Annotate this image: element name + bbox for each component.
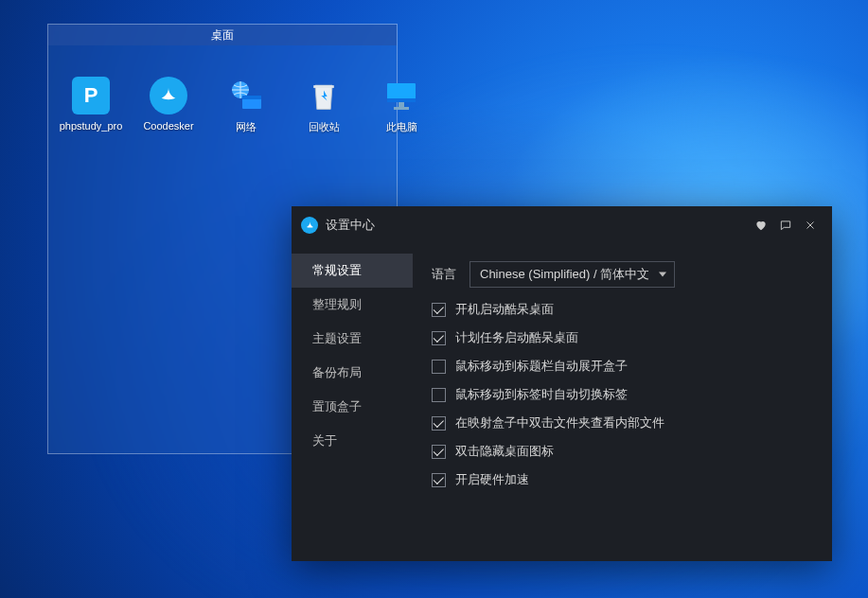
- feedback-button[interactable]: [773, 213, 798, 237]
- checkbox-label: 鼠标移动到标签时自动切换标签: [455, 386, 628, 403]
- language-value: Chinese (Simplified) / 简体中文: [480, 267, 649, 281]
- sidebar-item-general[interactable]: 常规设置: [292, 254, 413, 288]
- checkbox-icon: [432, 303, 446, 317]
- checkbox-icon: [432, 416, 446, 431]
- checkbox-icon: [432, 473, 446, 487]
- sail-icon: [150, 77, 187, 114]
- sidebar-item-backup[interactable]: 备份布局: [292, 356, 413, 390]
- dock-title[interactable]: 桌面: [48, 25, 397, 45]
- checkbox-label: 计划任务启动酷呆桌面: [455, 329, 578, 346]
- checkbox-icon: [432, 360, 446, 374]
- check-dblclick-folder[interactable]: 在映射盒子中双击文件夹查看内部文件: [432, 414, 813, 431]
- app-letter-p-icon: P: [72, 77, 110, 114]
- settings-content: 语言 Chinese (Simplified) / 简体中文 开机启动酷呆桌面 …: [413, 244, 832, 561]
- checkbox-label: 在映射盒子中双击文件夹查看内部文件: [455, 414, 664, 431]
- sidebar-item-theme[interactable]: 主题设置: [292, 322, 413, 356]
- sidebar: 常规设置 整理规则 主题设置 备份布局 置顶盒子 关于: [292, 244, 413, 561]
- icon-phpstudy-pro[interactable]: P phpstudy_pro: [62, 77, 119, 134]
- language-label: 语言: [432, 266, 456, 283]
- language-select[interactable]: Chinese (Simplified) / 简体中文: [469, 261, 675, 288]
- checkbox-icon: [432, 331, 446, 345]
- check-autostart[interactable]: 开机启动酷呆桌面: [432, 301, 813, 318]
- window-title: 设置中心: [326, 217, 375, 234]
- svg-rect-4: [387, 98, 416, 102]
- checkbox-label: 开启硬件加速: [455, 471, 529, 488]
- checkbox-icon: [432, 445, 446, 459]
- app-logo-icon: [301, 217, 318, 234]
- svg-rect-2: [242, 96, 261, 99]
- sidebar-item-about[interactable]: 关于: [292, 424, 413, 458]
- checkbox-icon: [432, 388, 446, 402]
- check-hover-switch-tab[interactable]: 鼠标移动到标签时自动切换标签: [432, 386, 813, 403]
- icon-label: 回收站: [309, 120, 340, 134]
- settings-window: 设置中心 常规设置 整理规则 主题设置 备份布局 置顶盒子 关于 语言 Chin…: [292, 206, 832, 561]
- svg-rect-6: [394, 107, 409, 110]
- check-hover-expand[interactable]: 鼠标移动到标题栏自动展开盒子: [432, 358, 813, 375]
- network-icon: [227, 77, 265, 114]
- icon-coodesker[interactable]: Coodesker: [140, 77, 197, 134]
- check-dblclick-hide-icons[interactable]: 双击隐藏桌面图标: [432, 443, 813, 460]
- titlebar[interactable]: 设置中心: [292, 206, 832, 244]
- icon-label: 网络: [236, 120, 257, 134]
- checkbox-label: 双击隐藏桌面图标: [455, 443, 554, 460]
- dock-icon-row: P phpstudy_pro Coodesker 网络: [62, 77, 430, 134]
- icon-label: 此电脑: [386, 120, 417, 134]
- monitor-icon: [382, 77, 420, 114]
- checkbox-label: 鼠标移动到标题栏自动展开盒子: [455, 358, 628, 375]
- check-hw-accel[interactable]: 开启硬件加速: [432, 471, 813, 488]
- close-button[interactable]: [798, 213, 823, 237]
- check-taskstart[interactable]: 计划任务启动酷呆桌面: [432, 329, 813, 346]
- icon-network[interactable]: 网络: [218, 77, 275, 134]
- like-button[interactable]: [749, 213, 773, 237]
- icon-this-pc[interactable]: 此电脑: [373, 77, 430, 134]
- icon-label: phpstudy_pro: [60, 120, 123, 132]
- icon-label: Coodesker: [143, 120, 193, 132]
- svg-rect-5: [399, 102, 404, 107]
- checkbox-label: 开机启动酷呆桌面: [455, 301, 554, 318]
- sidebar-item-rules[interactable]: 整理规则: [292, 288, 413, 322]
- sidebar-item-pinbox[interactable]: 置顶盒子: [292, 390, 413, 424]
- icon-recycle-bin[interactable]: 回收站: [295, 77, 352, 134]
- recycle-bin-icon: [305, 77, 343, 114]
